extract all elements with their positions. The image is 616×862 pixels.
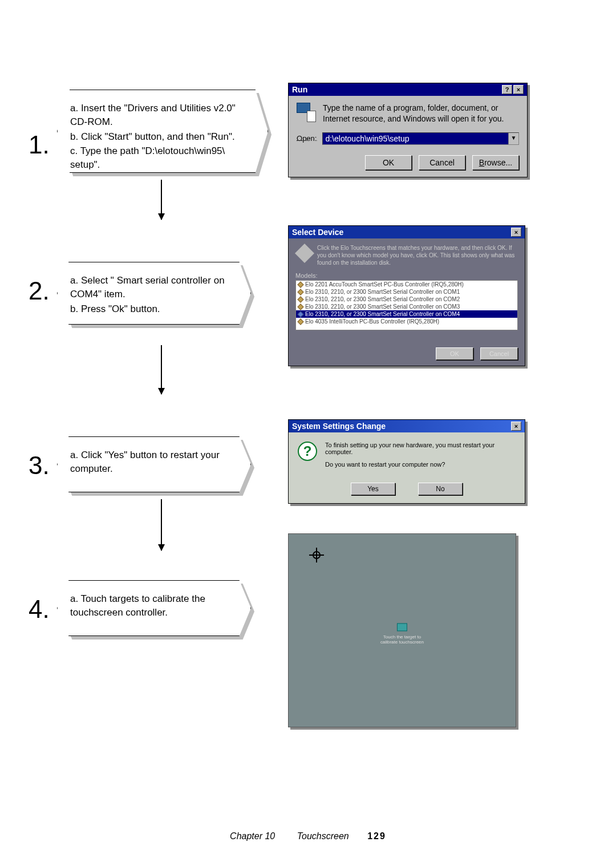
select-device-dialog: Select Device × Click the Elo Touchscree…: [288, 225, 525, 366]
step-number-3: 3.: [29, 451, 50, 480]
footer-section: Touchscreen: [297, 831, 349, 841]
list-item-selected[interactable]: Elo 2310, 2210, or 2300 SmartSet Serial …: [296, 310, 517, 318]
close-icon[interactable]: ×: [513, 85, 524, 94]
flow-arrow-3: [161, 499, 162, 551]
step-4-callout: a. Touch targets to calibrate the touchs…: [57, 580, 251, 636]
system-settings-change-dialog: System Settings Change × ? To finish set…: [288, 419, 525, 504]
step-4-line-a: a. Touch targets to calibrate the touchs…: [70, 592, 238, 620]
step-number-1: 1.: [29, 131, 50, 159]
yes-button[interactable]: Yes: [351, 483, 395, 495]
calibration-target-icon[interactable]: [309, 548, 324, 562]
step-2-line-b: b. Press "Ok" button.: [70, 302, 238, 316]
cancel-button[interactable]: Cancel: [419, 155, 465, 170]
calibration-panel: Touch the target to calibrate touchscree…: [288, 533, 516, 727]
no-button[interactable]: No: [418, 483, 463, 495]
ok-button[interactable]: OK: [436, 347, 473, 360]
ok-button[interactable]: OK: [365, 155, 412, 170]
question-icon: ?: [298, 442, 317, 461]
step-2-line-a: a. Select " Smart serial controller on C…: [70, 274, 238, 301]
cancel-button[interactable]: Cancel: [480, 347, 518, 360]
open-label: Open:: [297, 134, 317, 143]
ssc-line-1: To finish setting up your new hardware, …: [325, 442, 516, 455]
device-info-icon: [295, 244, 314, 263]
open-combobox[interactable]: ▼: [322, 132, 519, 145]
close-icon[interactable]: ×: [511, 228, 521, 237]
run-title: Run: [292, 85, 307, 94]
chevron-down-icon[interactable]: ▼: [508, 133, 518, 144]
run-titlebar: Run ? ×: [289, 83, 527, 96]
ssc-title: System Settings Change: [292, 422, 386, 431]
list-item[interactable]: Elo 2201 AccuTouch SmartSet PC-Bus Contr…: [296, 281, 517, 288]
models-listbox[interactable]: Elo 2201 AccuTouch SmartSet PC-Bus Contr…: [295, 280, 518, 330]
step-1-line-c: c. Type the path "D:\elotouch\win95\ set…: [70, 144, 255, 172]
step-number-4: 4.: [29, 595, 50, 624]
step-2-callout: a. Select " Smart serial controller on C…: [57, 262, 251, 325]
select-device-titlebar: Select Device ×: [289, 226, 525, 238]
browse-button[interactable]: BBrowse...rowse...: [472, 155, 519, 170]
list-item[interactable]: Elo 2310, 2210, or 2300 SmartSet Serial …: [296, 288, 517, 296]
close-icon[interactable]: ×: [511, 422, 521, 431]
footer-chapter: Chapter 10: [230, 831, 275, 841]
step-1-callout: a. Insert the "Drivers and Utilities v2.…: [57, 90, 268, 173]
list-item[interactable]: Elo 2310, 2210, or 2300 SmartSet Serial …: [296, 296, 517, 303]
flow-arrow-1: [161, 180, 162, 220]
calibration-caption: Touch the target to calibrate touchscree…: [380, 623, 424, 645]
select-device-title: Select Device: [292, 228, 343, 237]
ssc-line-2: Do you want to restart your computer now…: [325, 461, 516, 468]
list-item[interactable]: Elo 2310, 2210, or 2300 SmartSet Serial …: [296, 303, 517, 310]
models-label: Models:: [295, 272, 518, 279]
ssc-titlebar: System Settings Change ×: [289, 420, 525, 432]
list-item[interactable]: Elo 4035 IntelliTouch PC-Bus Controller …: [296, 318, 517, 325]
calibration-caption-line2: calibrate touchscreen: [380, 640, 424, 646]
step-number-2: 2.: [29, 277, 50, 305]
step-3-line-a: a. Click "Yes" button to restart your co…: [70, 448, 238, 476]
run-description: Type the name of a program, folder, docu…: [323, 103, 519, 124]
page-footer: Chapter 10 Touchscreen 129: [0, 831, 616, 841]
flow-arrow-2: [161, 345, 162, 394]
step-3-callout: a. Click "Yes" button to restart your co…: [57, 436, 251, 492]
open-input[interactable]: [323, 133, 508, 144]
step-1-line-b: b. Click "Start" button, and then "Run".: [70, 130, 255, 144]
run-dialog: Run ? × Type the name of a program, fold…: [288, 83, 528, 177]
step-1-line-a: a. Insert the "Drivers and Utilities v2.…: [70, 102, 255, 129]
help-icon[interactable]: ?: [502, 85, 512, 94]
run-program-icon: [297, 103, 316, 122]
select-device-info: Click the Elo Touchscreens that matches …: [317, 244, 518, 266]
monitor-icon: [397, 623, 407, 631]
calibration-caption-line1: Touch the target to: [380, 634, 424, 640]
footer-page-number: 129: [367, 831, 386, 841]
